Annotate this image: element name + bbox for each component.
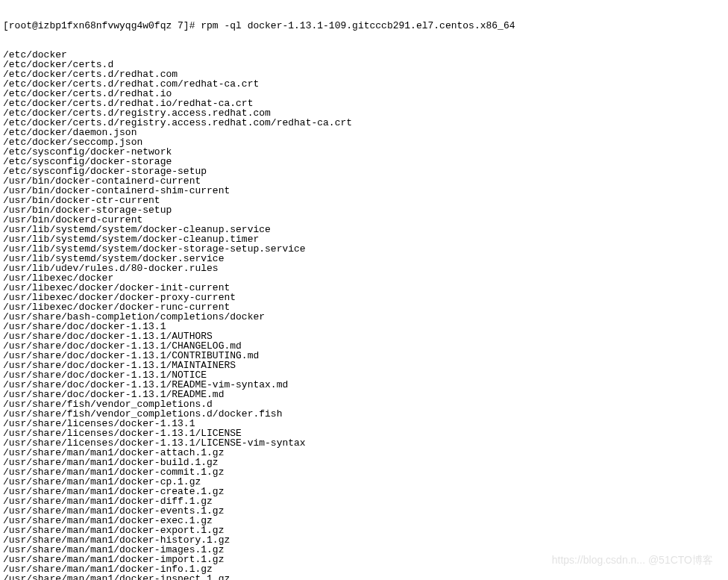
output-container: /etc/docker/etc/docker/certs.d/etc/docke… xyxy=(3,50,725,580)
prompt-line: [root@izbp1fxn68nfvwyqg4w0fqz 7]# rpm -q… xyxy=(3,21,725,31)
terminal-output[interactable]: [root@izbp1fxn68nfvwyqg4w0fqz 7]# rpm -q… xyxy=(0,0,728,580)
output-line: /usr/share/man/man1/docker-inspect.1.gz xyxy=(3,574,725,580)
